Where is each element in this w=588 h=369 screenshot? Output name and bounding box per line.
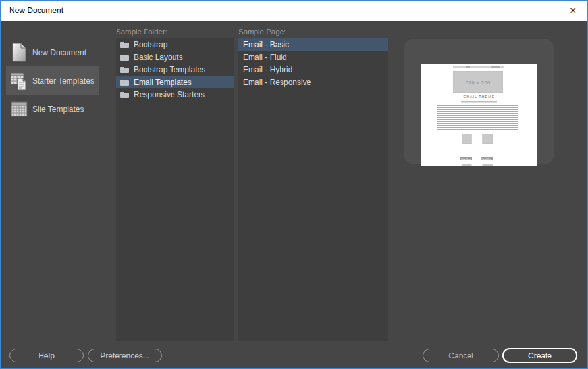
sidebar-item-label: Starter Templates (32, 76, 94, 86)
create-button[interactable]: Create (502, 348, 577, 363)
folder-item-basic-layouts[interactable]: Basic Layouts (116, 51, 234, 63)
folder-item-bootstrap[interactable]: Bootstrap (116, 38, 234, 51)
folder-item-email-templates[interactable]: Email Templates (116, 76, 234, 88)
document-icon (6, 43, 32, 62)
folder-item-label: Bootstrap (134, 40, 167, 49)
sidebar-item-label: New Document (32, 48, 86, 57)
template-preview-thumbnail: 576 x 250 EMAIL THEME Read More Read Mor… (421, 64, 537, 166)
page-item-email-responsive[interactable]: Email - Responsive (238, 76, 388, 88)
thumb-column1-image (462, 134, 472, 145)
dialog-title: New Document (9, 1, 63, 21)
titlebar: New Document ✕ (1, 1, 587, 21)
folder-icon (120, 79, 129, 86)
folder-item-responsive-starters[interactable]: Responsive Starters (116, 88, 234, 101)
sample-page-label: Sample Page: (238, 28, 286, 36)
folder-icon (120, 54, 129, 61)
email-template-preview: 576 x 250 EMAIL THEME Read More Read Mor… (421, 64, 537, 166)
thumb-bottom-bar (483, 164, 493, 166)
thumb-paragraph-lines (437, 105, 518, 130)
folder-icon (120, 41, 129, 48)
thumb-read-more-button: Read More (481, 157, 493, 160)
thumb-email-theme-heading: EMAIL THEME (421, 95, 537, 99)
cancel-button[interactable]: Cancel (423, 349, 499, 362)
folder-item-label: Basic Layouts (134, 53, 183, 62)
folder-item-label: Email Templates (134, 78, 192, 87)
sample-folder-label: Sample Folder: (116, 28, 167, 36)
folder-item-label: Bootstrap Templates (134, 65, 205, 74)
folder-icon (120, 66, 129, 73)
page-item-label: Email - Fluid (243, 53, 287, 62)
sidebar-item-label: Site Templates (32, 105, 84, 114)
thumb-column2-image (483, 134, 493, 145)
page-item-label: Email - Responsive (243, 78, 311, 87)
page-item-email-basic[interactable]: Email - Basic (238, 38, 388, 51)
folder-item-bootstrap-templates[interactable]: Bootstrap Templates (116, 63, 234, 76)
folder-item-label: Responsive Starters (134, 90, 205, 99)
thumb-column1-text (460, 147, 471, 156)
sidebar-item-site-templates[interactable]: Site Templates (6, 95, 99, 123)
page-item-email-hybrid[interactable]: Email - Hybrid (238, 63, 388, 76)
thumb-image-placeholder: 576 x 250 (453, 71, 503, 93)
folder-icon (120, 91, 129, 98)
thumb-header-bar (453, 66, 504, 68)
page-item-email-fluid[interactable]: Email - Fluid (238, 51, 388, 63)
preferences-button[interactable]: Preferences... (88, 349, 162, 362)
thumb-header-right-text (491, 67, 500, 68)
thumb-tagline (461, 101, 497, 103)
new-document-dialog: New Document ✕ New Document Sta (0, 0, 588, 369)
help-button[interactable]: Help (9, 349, 84, 362)
thumb-column2-text (481, 147, 492, 156)
sidebar-item-new-document[interactable]: New Document (6, 38, 99, 66)
sample-page-list: Email - Basic Email - Fluid Email - Hybr… (238, 38, 388, 341)
page-item-label: Email - Hybrid (243, 65, 292, 74)
sidebar-item-starter-templates[interactable]: Starter Templates (6, 66, 99, 95)
thumb-header-left-text (466, 67, 470, 68)
thumb-read-more-button: Read More (460, 157, 472, 160)
sample-folder-list: Bootstrap Basic Layouts Bootstrap Templa… (116, 38, 234, 341)
thumb-bottom-bar (462, 164, 472, 166)
page-item-label: Email - Basic (243, 40, 289, 49)
site-templates-icon (6, 101, 32, 117)
starter-templates-icon (6, 70, 32, 91)
close-icon[interactable]: ✕ (558, 1, 587, 21)
